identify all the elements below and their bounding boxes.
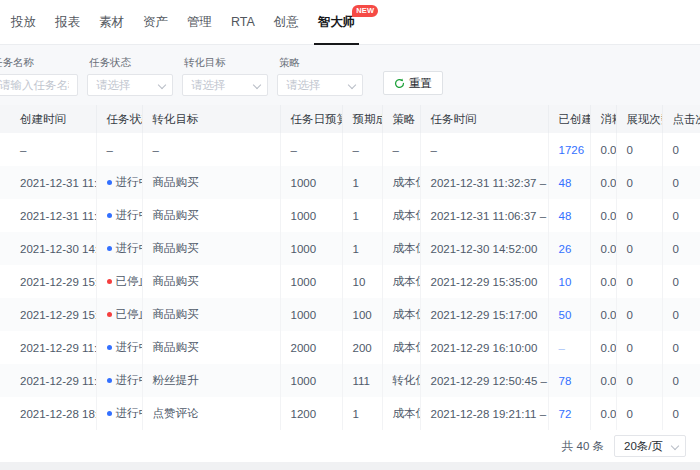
nav-item-zhidashi[interactable]: 智大师 NEW	[316, 0, 358, 45]
cell-conversion-goal: 商品购买	[142, 265, 280, 298]
cell-task-status: –	[96, 133, 142, 166]
cell-clicks: 0	[662, 298, 700, 331]
cell-created-time: –	[0, 133, 96, 166]
select-placeholder: 请选择	[286, 78, 321, 93]
total-count: 共 40 条	[562, 439, 604, 454]
cell-task-time: 2021-12-31 11:32:37 – 2022-01-04 00:...	[420, 166, 548, 199]
cell-task-status: 进行中!	[96, 199, 142, 232]
strategy-select[interactable]: 请选择	[277, 74, 363, 96]
conversion-goal-select[interactable]: 请选择	[182, 74, 268, 96]
col-created-plans: 已创建计划	[548, 105, 590, 133]
table-row: 2021-12-29 15:15:25已停止商品购买1000100成本优先202…	[0, 298, 700, 331]
cell-expected-cost: 1	[342, 166, 382, 199]
reset-button[interactable]: 重置	[383, 71, 443, 95]
page-size-select[interactable]: 20条/页	[614, 435, 686, 457]
cell-created-plans[interactable]: 48	[548, 199, 590, 232]
task-status-select[interactable]: 请选择	[87, 74, 173, 96]
cell-impressions: 0	[616, 397, 662, 430]
cell-daily-budget: 1000	[280, 199, 342, 232]
cell-created-time: 2021-12-30 14:50:37	[0, 232, 96, 265]
status-label: 进行中	[116, 341, 143, 353]
cell-created-plans[interactable]: 10	[548, 265, 590, 298]
status-dot-icon	[107, 345, 112, 350]
nav-item-baobiao[interactable]: 报表	[53, 0, 82, 45]
cell-expected-cost: 10	[342, 265, 382, 298]
cell-impressions: 0	[616, 364, 662, 397]
table-row: 2021-12-31 11:04:32进行中!商品购买10001成本优先2021…	[0, 199, 700, 232]
table-row: 2021-12-28 18:15:01进行中!点赞评论12001成本优先2021…	[0, 397, 700, 430]
nav-item-guanli[interactable]: 管理	[185, 0, 214, 45]
cell-spend: 0.00	[590, 199, 616, 232]
cell-created-plans[interactable]: 48	[548, 166, 590, 199]
cell-clicks: 0	[662, 364, 700, 397]
cell-impressions: 0	[616, 232, 662, 265]
cell-clicks: 0	[662, 265, 700, 298]
nav-item-sucai[interactable]: 素材	[97, 0, 126, 45]
cell-impressions: 0	[616, 265, 662, 298]
nav-item-toufang[interactable]: 投放	[9, 0, 38, 45]
cell-task-status: 已停止	[96, 265, 142, 298]
col-expected-cost: 预期成本	[342, 105, 382, 133]
refresh-icon	[394, 78, 405, 89]
cell-strategy: –	[382, 133, 420, 166]
status-label: 已停止	[116, 275, 143, 287]
select-placeholder: 请选择	[191, 78, 226, 93]
cell-spend: 0.00	[590, 364, 616, 397]
cell-spend: 0.00	[590, 397, 616, 430]
cell-expected-cost: 1	[342, 232, 382, 265]
filter-label: 转化目标	[184, 56, 268, 70]
cell-strategy: 成本优先	[382, 331, 420, 364]
chevron-down-icon	[159, 82, 166, 89]
cell-impressions: 0	[616, 298, 662, 331]
task-name-input[interactable]	[0, 79, 69, 91]
cell-created-plans[interactable]: 26	[548, 232, 590, 265]
cell-created-plans[interactable]: 72	[548, 397, 590, 430]
cell-task-status: 进行中!	[96, 397, 142, 430]
reset-button-label: 重置	[409, 76, 432, 91]
nav-item-zichan[interactable]: 资产	[141, 0, 170, 45]
status-label: –	[107, 144, 113, 156]
nav-item-rta[interactable]: RTA	[229, 0, 257, 45]
status-dot-icon	[107, 411, 112, 416]
status-label: 进行中	[116, 374, 143, 386]
cell-conversion-goal: 商品购买	[142, 166, 280, 199]
status-label: 进行中	[116, 176, 143, 188]
cell-created-plans[interactable]: 1726	[548, 133, 590, 166]
cell-conversion-goal: 商品购买	[142, 232, 280, 265]
nav-item-label: 智大师	[318, 14, 356, 31]
cell-expected-cost: –	[342, 133, 382, 166]
cell-strategy: 转化优先	[382, 364, 420, 397]
table-header: 创建时间 任务状态 转化目标 任务日预算 预期成本 策略 任务时间 已创建计划 …	[0, 105, 700, 133]
cell-strategy: 成本优先	[382, 265, 420, 298]
cell-task-status: 进行中!	[96, 232, 142, 265]
chevron-down-icon	[349, 82, 356, 89]
col-clicks: 点击次数	[662, 105, 700, 133]
cell-strategy: 成本优先	[382, 397, 420, 430]
cell-task-time: 2021-12-29 15:35:00	[420, 265, 548, 298]
col-task-status: 任务状态	[96, 105, 142, 133]
table-row: –––––––17260.0000	[0, 133, 700, 166]
cell-created-plans[interactable]: 50	[548, 298, 590, 331]
cell-daily-budget: 1000	[280, 265, 342, 298]
filter-label: 任务名称	[0, 56, 78, 70]
col-daily-budget: 任务日预算	[280, 105, 342, 133]
status-dot-icon	[107, 378, 112, 383]
cell-daily-budget: –	[280, 133, 342, 166]
cell-daily-budget: 2000	[280, 331, 342, 364]
status-dot-icon	[107, 213, 112, 218]
cell-conversion-goal: 商品购买	[142, 298, 280, 331]
cell-task-status: 已停止	[96, 298, 142, 331]
table-row: 2021-12-31 11:31:15进行中!商品购买10001成本优先2021…	[0, 166, 700, 199]
cell-conversion-goal: 点赞评论	[142, 397, 280, 430]
cell-task-time: 2021-12-28 19:21:11 – 2021-12-31 23:12..…	[420, 397, 548, 430]
table-body: –––––––17260.00002021-12-31 11:31:15进行中!…	[0, 133, 700, 430]
cell-daily-budget: 1000	[280, 364, 342, 397]
cell-task-status: 进行中!	[96, 166, 142, 199]
cell-expected-cost: 1	[342, 397, 382, 430]
cell-created-time: 2021-12-29 15:32:09	[0, 265, 96, 298]
cell-created-plans[interactable]: 78	[548, 364, 590, 397]
status-label: 已停止	[116, 308, 143, 320]
nav-item-chuangyi[interactable]: 创意	[272, 0, 301, 45]
cell-daily-budget: 1000	[280, 166, 342, 199]
cell-created-time: 2021-12-29 11:02:37	[0, 364, 96, 397]
